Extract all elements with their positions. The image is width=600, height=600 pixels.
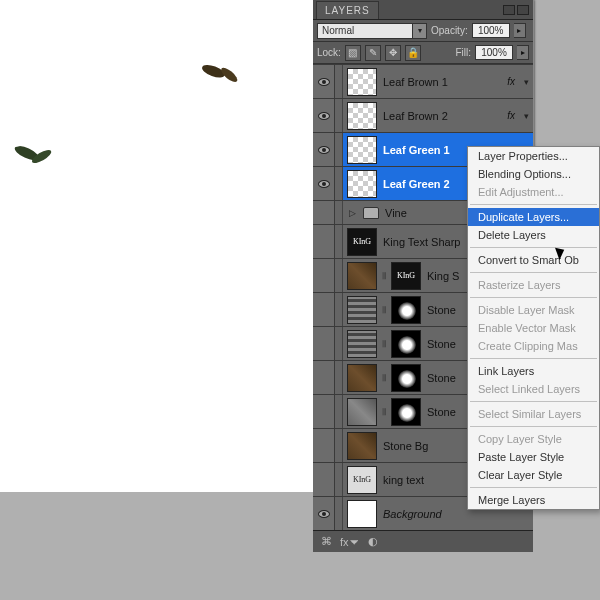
group-expand-icon[interactable]: ▷ xyxy=(349,208,356,218)
lock-pixels-icon[interactable]: ✎ xyxy=(365,45,381,61)
link-col xyxy=(335,167,343,200)
layer-thumbnail[interactable] xyxy=(347,432,377,460)
opacity-input[interactable]: 100% xyxy=(472,23,510,38)
menu-duplicate-layers[interactable]: Duplicate Layers... xyxy=(468,208,599,226)
menu-clear-layer-style[interactable]: Clear Layer Style xyxy=(468,466,599,484)
layer-style-icon[interactable]: fx⏷ xyxy=(340,536,360,548)
visibility-toggle[interactable] xyxy=(313,259,335,292)
menu-separator xyxy=(470,426,597,427)
visibility-toggle[interactable] xyxy=(313,65,335,98)
fx-expand-icon[interactable]: ▾ xyxy=(524,77,529,87)
fx-badge[interactable]: fx xyxy=(507,110,515,121)
menu-paste-layer-style[interactable]: Paste Layer Style xyxy=(468,448,599,466)
menu-link-layers[interactable]: Link Layers xyxy=(468,362,599,380)
link-col xyxy=(335,497,343,530)
layer-thumbnail[interactable] xyxy=(347,102,377,130)
visibility-toggle[interactable] xyxy=(313,167,335,200)
menu-convert-smart-object[interactable]: Convert to Smart Ob xyxy=(468,251,599,269)
menu-layer-properties[interactable]: Layer Properties... xyxy=(468,147,599,165)
leaf-artwork xyxy=(11,141,56,168)
visibility-toggle[interactable] xyxy=(313,225,335,258)
eye-icon xyxy=(318,112,330,120)
link-col xyxy=(335,395,343,428)
layer-mask-thumbnail[interactable] xyxy=(391,330,421,358)
layer-context-menu: Layer Properties... Blending Options... … xyxy=(467,146,600,510)
menu-separator xyxy=(470,272,597,273)
layer-thumbnail[interactable] xyxy=(347,500,377,528)
layer-row[interactable]: Leaf Brown 2 fx ▾ xyxy=(313,98,533,132)
link-col xyxy=(335,201,343,224)
layer-mask-thumbnail[interactable]: KInG xyxy=(391,262,421,290)
layer-thumbnail[interactable] xyxy=(347,170,377,198)
menu-rasterize-layers: Rasterize Layers xyxy=(468,276,599,294)
layer-mask-icon[interactable]: ◐ xyxy=(368,535,378,548)
layer-thumbnail[interactable] xyxy=(347,296,377,324)
menu-merge-layers[interactable]: Merge Layers xyxy=(468,491,599,509)
menu-separator xyxy=(470,487,597,488)
mask-link-icon[interactable]: ⦀ xyxy=(379,398,389,426)
eye-icon xyxy=(318,78,330,86)
mask-link-icon[interactable]: ⦀ xyxy=(379,364,389,392)
fx-badge[interactable]: fx xyxy=(507,76,515,87)
menu-delete-layers[interactable]: Delete Layers xyxy=(468,226,599,244)
panel-tabbar: LAYERS xyxy=(313,0,533,20)
link-col xyxy=(335,293,343,326)
visibility-toggle[interactable] xyxy=(313,133,335,166)
layer-mask-thumbnail[interactable] xyxy=(391,398,421,426)
layer-thumbnail[interactable]: KInG xyxy=(347,228,377,256)
blend-mode-select[interactable]: Normal ▾ xyxy=(317,23,427,39)
layer-thumbnail[interactable] xyxy=(347,398,377,426)
panel-collapse-icon[interactable] xyxy=(503,5,515,15)
link-col xyxy=(335,133,343,166)
layer-mask-thumbnail[interactable] xyxy=(391,296,421,324)
fx-expand-icon[interactable]: ▾ xyxy=(524,111,529,121)
layer-thumbnail[interactable] xyxy=(347,262,377,290)
visibility-toggle[interactable] xyxy=(313,429,335,462)
link-col xyxy=(335,463,343,496)
layer-thumbnail[interactable]: KInG xyxy=(347,466,377,494)
mask-link-icon[interactable]: ⦀ xyxy=(379,330,389,358)
svg-point-3 xyxy=(30,148,53,166)
layer-mask-thumbnail[interactable] xyxy=(391,364,421,392)
lock-position-icon[interactable]: ✥ xyxy=(385,45,401,61)
menu-separator xyxy=(470,401,597,402)
menu-create-clipping-mask: Create Clipping Mas xyxy=(468,337,599,355)
link-layers-icon[interactable]: ⌘ xyxy=(321,535,332,548)
menu-blending-options[interactable]: Blending Options... xyxy=(468,165,599,183)
visibility-toggle[interactable] xyxy=(313,293,335,326)
layer-thumbnail[interactable] xyxy=(347,330,377,358)
visibility-toggle[interactable] xyxy=(313,327,335,360)
visibility-toggle[interactable] xyxy=(313,201,335,224)
layer-thumbnail[interactable] xyxy=(347,364,377,392)
link-col xyxy=(335,361,343,394)
fill-slider-toggle[interactable]: ▸ xyxy=(517,45,529,60)
tab-layers[interactable]: LAYERS xyxy=(316,1,379,19)
visibility-toggle[interactable] xyxy=(313,395,335,428)
svg-point-2 xyxy=(13,143,41,163)
mask-link-icon[interactable]: ⦀ xyxy=(379,296,389,324)
lock-transparent-icon[interactable]: ▧ xyxy=(345,45,361,61)
layer-thumbnail[interactable] xyxy=(347,136,377,164)
eye-icon xyxy=(318,146,330,154)
menu-enable-vector-mask: Enable Vector Mask xyxy=(468,319,599,337)
layer-row[interactable]: Leaf Brown 1 fx ▾ xyxy=(313,64,533,98)
leaf-artwork xyxy=(198,57,244,90)
layer-thumbnail[interactable] xyxy=(347,68,377,96)
eye-icon xyxy=(318,180,330,188)
panel-menu-icon[interactable] xyxy=(517,5,529,15)
mask-link-icon[interactable]: ⦀ xyxy=(379,262,389,290)
fill-input[interactable]: 100% xyxy=(475,45,513,60)
lock-all-icon[interactable]: 🔒 xyxy=(405,45,421,61)
folder-icon xyxy=(363,207,379,219)
link-col xyxy=(335,65,343,98)
eye-icon xyxy=(318,510,330,518)
menu-copy-layer-style: Copy Layer Style xyxy=(468,430,599,448)
visibility-toggle[interactable] xyxy=(313,361,335,394)
menu-disable-layer-mask: Disable Layer Mask xyxy=(468,301,599,319)
visibility-toggle[interactable] xyxy=(313,497,335,530)
visibility-toggle[interactable] xyxy=(313,99,335,132)
menu-separator xyxy=(470,358,597,359)
opacity-slider-toggle[interactable]: ▸ xyxy=(514,23,526,38)
menu-separator xyxy=(470,297,597,298)
visibility-toggle[interactable] xyxy=(313,463,335,496)
